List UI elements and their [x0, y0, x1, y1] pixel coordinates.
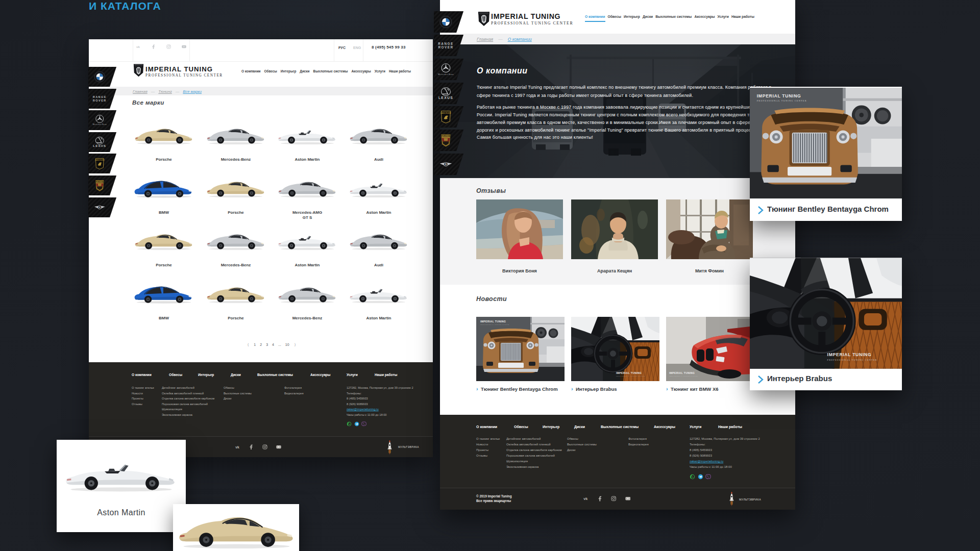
svg-text:IMPERIAL TUNING: IMPERIAL TUNING: [616, 371, 642, 374]
svg-text:vk: vk: [583, 496, 588, 501]
svg-text:RANGE: RANGE: [93, 95, 107, 98]
svg-text:LEXUS: LEXUS: [93, 144, 106, 147]
svg-text:ROVER: ROVER: [438, 45, 453, 49]
svg-text:IMPERIAL TUNING: IMPERIAL TUNING: [757, 93, 801, 98]
svg-text:Mercedes-Benz: Mercedes-Benz: [438, 73, 454, 76]
svg-text:B: B: [445, 163, 447, 166]
svg-text:PORSCHE: PORSCHE: [95, 181, 104, 183]
svg-text:PROFESSIONAL TUNING CENTER: PROFESSIONAL TUNING CENTER: [480, 324, 509, 325]
svg-text:PROFESSIONAL TUNING CENTER: PROFESSIONAL TUNING CENTER: [757, 99, 807, 102]
svg-text:IMPERIAL TUNING: IMPERIAL TUNING: [480, 320, 506, 323]
svg-text:PROFESSIONAL TUNING CENTER: PROFESSIONAL TUNING CENTER: [616, 375, 645, 377]
svg-text:IMPERIAL TUNING: IMPERIAL TUNING: [669, 371, 695, 374]
svg-text:LAMBORGHINI: LAMBORGHINI: [95, 159, 104, 161]
svg-text:LEXUS: LEXUS: [438, 96, 453, 99]
svg-text:ROVER: ROVER: [93, 99, 107, 102]
svg-text:LAMBORGHINI: LAMBORGHINI: [440, 112, 451, 114]
svg-text:RANGE: RANGE: [438, 42, 453, 45]
svg-text:IMPERIAL TUNING: IMPERIAL TUNING: [827, 352, 872, 357]
svg-text:PROFESSIONAL TUNING CENTER: PROFESSIONAL TUNING CENTER: [669, 375, 698, 377]
svg-text:PORSCHE: PORSCHE: [442, 135, 451, 137]
svg-text:PROFESSIONAL TUNING CENTER: PROFESSIONAL TUNING CENTER: [827, 359, 877, 361]
svg-text:vk: vk: [235, 445, 239, 449]
svg-text:Mercedes-Benz: Mercedes-Benz: [92, 123, 107, 126]
